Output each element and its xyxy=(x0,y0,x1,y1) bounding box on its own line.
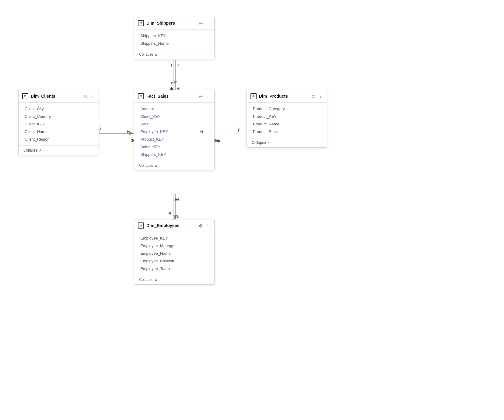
collapse-icon: ∧ xyxy=(155,163,157,168)
dim-products-title: Dim_Products xyxy=(259,94,309,99)
dim-clients-eye-icon[interactable]: ◎ xyxy=(83,93,88,99)
dim-employees-collapse[interactable]: Collapse ∧ xyxy=(134,275,214,284)
collapse-label: Collapse xyxy=(252,141,266,145)
connector-shippers-fact xyxy=(173,60,173,91)
field-client-name: Client_Name xyxy=(19,128,99,135)
connectors-svg: 1 ✱ 1 ✱ 1 ✱ ✱ 1 xyxy=(0,0,504,420)
field-amount: Amount xyxy=(134,105,214,113)
field-client-region: Client_Region xyxy=(19,135,99,143)
shippers-cardinality-1: 1 xyxy=(177,63,179,67)
field-client-key: Client_KEY xyxy=(134,113,214,120)
dim-products-more-icon[interactable]: ⋮ xyxy=(318,93,323,99)
fact-sales-title: Fact_Sales xyxy=(146,94,196,99)
dim-employees-icon: ⊞ xyxy=(138,222,144,229)
arrow-products-left: ◀ xyxy=(200,129,203,134)
dim-products-header: ⊞ Dim_Products ◎ ⋮ xyxy=(247,90,327,103)
field-shippers-key: Shippers_KEY xyxy=(134,32,214,40)
field-employee-name: Employee_Name xyxy=(134,250,214,257)
dim-employees-title: Dim_Employees xyxy=(146,223,196,228)
fact-sales-header: ⊞ Fact_Sales ◎ ⋮ xyxy=(134,90,214,103)
table-symbol: ⊞ xyxy=(252,95,255,98)
table-dim-clients: ⊞ Dlm_Clients ◎ ⋮ Client_City Client_Cou… xyxy=(18,90,99,155)
field-shippers-key: Shippers_KEY xyxy=(134,151,214,158)
dim-employees-actions: ◎ ⋮ xyxy=(198,222,211,229)
collapse-label: Collapse xyxy=(139,52,153,57)
field-employee-position: Employee_Position xyxy=(134,257,214,265)
field-product-key: Product_KEY xyxy=(247,113,327,120)
collapse-label: Collapse xyxy=(23,148,38,152)
cardinality-clients-1: 1 xyxy=(98,128,100,133)
table-dim-shippers: ⊞ Dim_Shippers ◎ ⋮ Shippers_KEY Shippers… xyxy=(134,17,215,59)
dim-products-collapse[interactable]: Collapse ∧ xyxy=(247,138,327,147)
fact-sales-eye-icon[interactable]: ◎ xyxy=(198,93,203,99)
dim-clients-collapse[interactable]: Collapse ∧ xyxy=(19,145,99,155)
employees-cardinality-1: 1 xyxy=(177,214,179,219)
dim-clients-icon: ⊞ xyxy=(22,93,28,99)
dim-employees-eye-icon[interactable]: ◎ xyxy=(198,222,203,229)
fact-sales-more-icon[interactable]: ⋮ xyxy=(205,93,211,99)
collapse-icon: ∧ xyxy=(155,278,157,282)
field-date: Date xyxy=(134,120,214,128)
field-client-key: Client_KEY xyxy=(19,120,99,128)
dim-employees-fields: Employee_KEY Employee_Manager Employee_N… xyxy=(134,232,214,275)
field-shippers-name: Shippers_Name xyxy=(134,40,214,47)
dim-shippers-title: Dim_Shippers xyxy=(146,21,196,26)
dim-shippers-eye-icon[interactable]: ◎ xyxy=(198,20,203,26)
dim-products-icon: ⊞ xyxy=(250,93,257,99)
field-product-stock: Product_Stock xyxy=(247,128,327,135)
collapse-icon: ∧ xyxy=(39,148,42,152)
collapse-icon: ∧ xyxy=(155,52,157,57)
cardinality-products-star: ✱ xyxy=(214,138,218,143)
fact-sales-icon: ⊞ xyxy=(138,93,144,99)
cardinality-clients-star: ✱ xyxy=(131,138,135,143)
field-product-key: Product_KEY xyxy=(134,135,214,143)
field-employee-team: Employee_Team xyxy=(134,265,214,272)
table-symbol: ⊞ xyxy=(140,224,142,227)
table-dim-products: ⊞ Dim_Products ◎ ⋮ Product_Category Prod… xyxy=(247,90,327,148)
field-employee-key: Employee_KEY xyxy=(134,234,214,242)
dim-products-fields: Product_Category Product_KEY Product_Nam… xyxy=(247,103,327,138)
table-dim-employees: ⊞ Dim_Employees ◎ ⋮ Employee_KEY Employe… xyxy=(134,219,215,285)
field-product-name: Product_Name xyxy=(247,120,327,128)
table-symbol: ⊞ xyxy=(140,22,142,25)
dim-shippers-icon: ⊞ xyxy=(138,20,144,26)
cardinality-shippers-1: 1 xyxy=(170,63,173,68)
connector-fact-employees xyxy=(173,194,173,221)
cardinality-shippers-star: ✱ xyxy=(170,86,173,91)
dim-clients-header: ⊞ Dlm_Clients ◎ ⋮ xyxy=(19,90,99,103)
field-product-category: Product_Category xyxy=(247,105,327,113)
dim-products-actions: ◎ ⋮ xyxy=(311,93,323,99)
table-symbol: ⊞ xyxy=(140,95,142,98)
dim-clients-more-icon[interactable]: ⋮ xyxy=(89,93,95,99)
dim-employees-more-icon[interactable]: ⋮ xyxy=(205,222,211,229)
diagram-canvas: 1 ✱ 1 ✱ 1 ✱ ✱ 1 ⊞ Dim_Shippers xyxy=(0,0,504,420)
dim-clients-actions: ◎ ⋮ xyxy=(83,93,95,99)
dim-employees-header: ⊞ Dim_Employees ◎ ⋮ xyxy=(134,219,214,232)
cardinality-products-1: 1 xyxy=(237,128,240,133)
collapse-icon: ∧ xyxy=(267,141,270,145)
shippers-arrow xyxy=(173,81,177,85)
fact-sales-collapse[interactable]: Collapse ∧ xyxy=(134,161,214,170)
field-employee-manager: Employee_Manager xyxy=(134,242,214,250)
cardinality-employees-1: 1 xyxy=(174,215,176,219)
dim-shippers-fields: Shippers_KEY Shippers_Name xyxy=(134,30,214,50)
collapse-label: Collapse xyxy=(139,278,153,282)
field-sales-key: Sales_KEY xyxy=(134,143,214,151)
dim-shippers-header: ⊞ Dim_Shippers ◎ ⋮ xyxy=(134,17,214,30)
arrow-fact-employees: ◀ xyxy=(168,211,171,215)
dim-products-eye-icon[interactable]: ◎ xyxy=(311,93,316,99)
cardinality-fact-star: ✱ xyxy=(174,197,178,202)
arrow-clients-right: ▶ xyxy=(127,129,130,134)
field-client-country: Client_Country xyxy=(19,113,99,120)
field-client-city: Client_City xyxy=(19,105,99,113)
dim-shippers-collapse[interactable]: Collapse ∧ xyxy=(134,50,214,59)
connector-products-fact xyxy=(201,133,247,133)
dim-clients-fields: Client_City Client_Country Client_KEY Cl… xyxy=(19,103,99,145)
dim-shippers-actions: ◎ ⋮ xyxy=(198,20,211,26)
dim-clients-title: Dlm_Clients xyxy=(31,94,80,99)
fact-sales-actions: ◎ ⋮ xyxy=(198,93,211,99)
arrow-shippers-down: ▼ xyxy=(170,81,174,86)
dim-shippers-more-icon[interactable]: ⋮ xyxy=(205,20,211,26)
table-symbol: ⊞ xyxy=(24,95,26,98)
collapse-label: Collapse xyxy=(139,163,153,168)
